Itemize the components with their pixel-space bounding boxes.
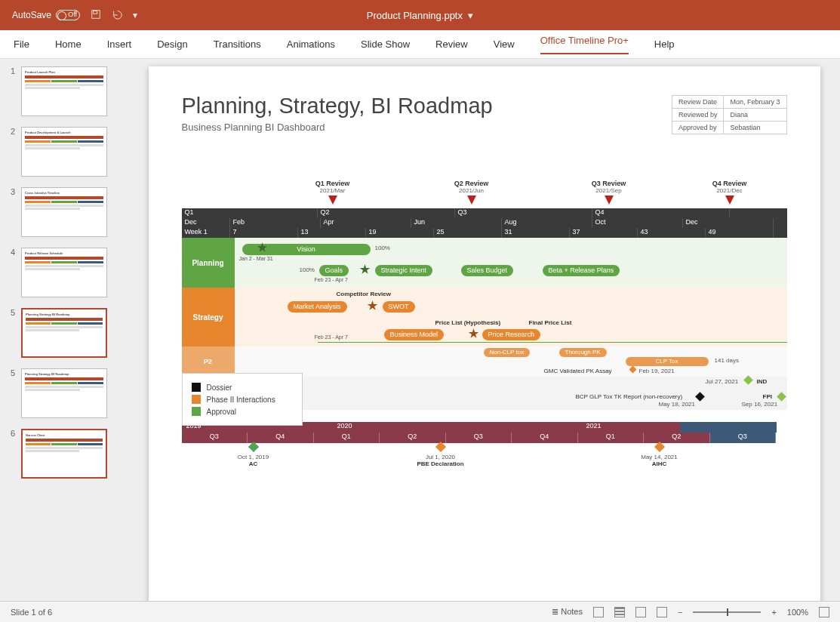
swimlane-planning[interactable]: Planning Vision 100% Jan 2 - Mar 31 100%… xyxy=(182,238,787,288)
milestone-label: GMC Validated PK Assay xyxy=(544,368,612,374)
scale-cell: Q3 xyxy=(455,208,592,218)
menu-tab-design[interactable]: Design xyxy=(157,38,187,50)
slide-thumbnail-panel[interactable]: 1Product Launch Plan2Product Development… xyxy=(0,59,128,601)
menu-tab-office-timeline-pro-[interactable]: Office Timeline Pro+ xyxy=(540,35,629,54)
menu-tab-insert[interactable]: Insert xyxy=(107,38,132,50)
menu-tab-home[interactable]: Home xyxy=(55,38,82,50)
menu-tab-review[interactable]: Review xyxy=(435,38,468,50)
diamond-icon xyxy=(654,442,664,452)
milestone[interactable]: Jul 1, 2020PBE Declaration xyxy=(414,443,467,467)
diamond-icon[interactable] xyxy=(743,375,753,385)
review-markers-row: Q1 Review2021/MarQ2 Review2021/JunQ3 Rev… xyxy=(182,180,787,208)
slide-thumbnail[interactable]: Narrow Chart xyxy=(21,429,107,479)
task-days: 141 days xyxy=(715,357,739,364)
menu-tab-help[interactable]: Help xyxy=(654,38,675,50)
diamond-icon[interactable] xyxy=(695,392,705,402)
slide-thumbnail[interactable]: Planning Strategy BI Roadmap xyxy=(21,308,107,358)
scale-cell: 31 xyxy=(502,228,570,238)
year-cell: 2020 xyxy=(333,422,582,433)
scale-cell: 37 xyxy=(570,228,638,238)
info-table[interactable]: Review DateMon, February 3Reviewed byDia… xyxy=(672,95,787,134)
save-icon[interactable] xyxy=(91,9,101,22)
zoom-in-icon[interactable]: + xyxy=(771,608,776,617)
normal-view-icon[interactable] xyxy=(593,607,604,617)
slide-canvas[interactable]: Planning, Strategy, BI Roadmap Business … xyxy=(149,66,820,601)
swimlane-body: Non-CLP tox Thorough PK CLP Tox 141 days… xyxy=(235,346,787,377)
scale-cell: Feb xyxy=(230,218,321,228)
scale-cell: Aug xyxy=(502,218,592,228)
milestone-label: BCP GLP Tox TK Report (non-recovery) xyxy=(576,393,683,400)
legend-item[interactable]: Dossier xyxy=(192,383,293,392)
autosave-label: AutoSave xyxy=(12,10,51,20)
milestone-label: IND xyxy=(757,378,768,385)
menu-tab-view[interactable]: View xyxy=(494,38,515,50)
task-bar[interactable]: Price Research xyxy=(482,329,541,340)
time-scale: Q1Q2Q3Q4 DecFebAprJunAugOctDec Week 1713… xyxy=(182,208,787,238)
slideshow-view-icon[interactable] xyxy=(657,607,667,617)
diamond-icon xyxy=(248,442,258,452)
task-bar[interactable]: Beta + Release Plans xyxy=(543,265,620,276)
autosave-toggle[interactable]: AutoSave Off xyxy=(12,10,80,20)
diamond-icon[interactable] xyxy=(777,392,786,402)
fit-window-icon[interactable] xyxy=(819,607,829,617)
task-label: Final Price List xyxy=(529,319,572,326)
review-marker[interactable]: Q2 Review2021/Jun xyxy=(449,180,494,205)
menu-tab-slide-show[interactable]: Slide Show xyxy=(361,38,410,50)
slide-thumbnail[interactable]: Product Release Schedule xyxy=(21,248,107,297)
task-bar[interactable]: Goals xyxy=(319,265,349,276)
toggle-switch[interactable]: Off xyxy=(56,10,80,20)
review-marker[interactable]: Q3 Review2021/Sep xyxy=(586,180,632,205)
undo-icon[interactable] xyxy=(112,9,122,22)
slide-counter[interactable]: Slide 1 of 6 xyxy=(11,608,52,617)
slide-thumbnail[interactable]: Planning Strategy BI Roadmap xyxy=(21,368,107,418)
task-bar[interactable]: Sales Budget xyxy=(461,265,514,276)
scale-cell: Dec xyxy=(182,218,230,228)
notes-button[interactable]: ≣ Notes xyxy=(552,607,583,617)
legend-item[interactable]: Approval xyxy=(192,407,293,416)
slide-thumbnail[interactable]: Product Launch Plan xyxy=(21,66,107,116)
task-bar[interactable]: Thorough PK xyxy=(559,348,607,357)
task-bar[interactable]: CLP Tox xyxy=(626,357,709,366)
task-bar[interactable]: SWOT xyxy=(383,301,415,313)
milestone-star-icon[interactable] xyxy=(368,300,378,311)
task-bar[interactable]: Business Model xyxy=(384,329,445,340)
quarter-cell: Q2 xyxy=(380,433,446,443)
task-bar[interactable]: Strategic Intent xyxy=(375,265,433,276)
review-marker[interactable]: Q4 Review2021/Dec xyxy=(707,180,752,205)
quarter-cell: Q4 xyxy=(248,433,314,443)
task-bar[interactable]: Market Analysis xyxy=(288,301,347,313)
thumb-number: 3 xyxy=(11,187,17,196)
swimlane-p2[interactable]: P2 Non-CLP tox Thorough PK CLP Tox 141 d… xyxy=(182,346,787,377)
svg-rect-1 xyxy=(94,11,97,14)
zoom-value[interactable]: 100% xyxy=(787,608,808,617)
reading-view-icon[interactable] xyxy=(635,607,646,617)
sorter-view-icon[interactable] xyxy=(614,607,625,617)
swimlane-body: Vision 100% Jan 2 - Mar 31 100% Goals St… xyxy=(235,238,787,288)
review-marker[interactable]: Q1 Review2021/Mar xyxy=(310,180,355,205)
task-bar[interactable]: Non-CLP tox xyxy=(484,348,531,357)
quarter-cell: Q3 xyxy=(446,433,512,443)
info-val: Sebastian xyxy=(724,122,786,134)
milestone[interactable]: Oct 1, 2019AC xyxy=(227,443,280,467)
slide-thumbnail[interactable]: Cross Initiative Timeline xyxy=(21,187,107,237)
menu-tab-animations[interactable]: Animations xyxy=(287,38,335,50)
legend-box[interactable]: DossierPhase II InteractionsApproval xyxy=(182,373,303,426)
info-val: Mon, February 3 xyxy=(724,96,786,109)
main-area: 1Product Launch Plan2Product Development… xyxy=(0,59,840,601)
zoom-out-icon[interactable]: − xyxy=(678,608,682,617)
quarter-cell: Q1 xyxy=(314,433,380,443)
milestone-star-icon[interactable] xyxy=(360,264,371,275)
milestone-star-icon[interactable] xyxy=(469,328,479,339)
scale-cell: 7 xyxy=(230,228,298,238)
task-dates: Feb 23 - Apr 7 xyxy=(315,334,348,340)
slide-thumbnail[interactable]: Product Development & Launch xyxy=(21,127,107,177)
legend-item[interactable]: Phase II Interactions xyxy=(192,395,293,404)
menu-tab-transitions[interactable]: Transitions xyxy=(214,38,261,50)
menu-tab-file[interactable]: File xyxy=(14,38,29,50)
qa-more-icon[interactable]: ▾ xyxy=(133,10,137,20)
swimlane-strategy[interactable]: Strategy Competitor Review Market Analys… xyxy=(182,288,787,346)
zoom-slider[interactable] xyxy=(693,611,761,613)
diamond-icon[interactable] xyxy=(629,366,636,374)
quarter-cell: Q1 xyxy=(578,433,645,443)
milestone[interactable]: May 14, 2021AIHC xyxy=(633,443,686,467)
